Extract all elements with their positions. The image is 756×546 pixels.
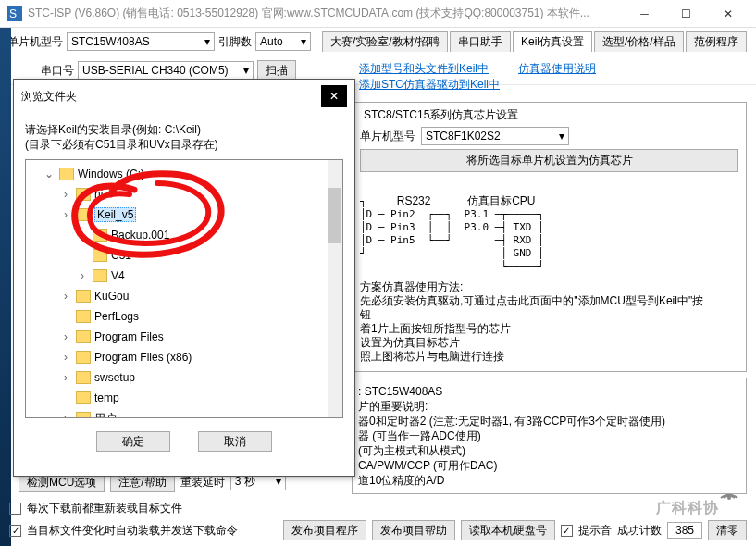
tree-item[interactable]: Backup.001 xyxy=(26,225,342,245)
tree-item-label: 用户 xyxy=(94,411,117,419)
sim-model-combo[interactable]: STC8F1K02S2▾ xyxy=(421,127,569,145)
wechat-icon xyxy=(719,481,739,502)
sound-checkbox[interactable] xyxy=(561,525,573,537)
tree-item-label: C51 xyxy=(111,249,131,262)
close-button[interactable]: ✕ xyxy=(707,0,749,28)
watermark-text: 广科科协 xyxy=(656,499,719,518)
chip-info-body: 片的重要说明: 器0和定时器2 (注意:无定时器1, 有3路CCP可作3个定时器… xyxy=(358,399,740,488)
folder-tree[interactable]: ⌄Windows (C:)› hi›Keil_v5Backup.001C51› … xyxy=(25,159,343,418)
tab-selection[interactable]: 选型/价格/样品 xyxy=(594,31,684,52)
folder-icon xyxy=(76,412,91,418)
dialog-hint: 请选择Keil的安装目录(例如: C:\Keil) (目录下必须有C51目录和U… xyxy=(25,122,343,152)
folder-icon xyxy=(59,168,74,180)
chevron-icon: › xyxy=(59,188,72,201)
tree-item-label: Program Files xyxy=(94,330,164,343)
pin-diagram: ┐ RS232 仿真目标CPU │D ─ Pin2 ┌──┐ P3.1 ─┬──… xyxy=(360,181,544,273)
taskbar-edge xyxy=(0,28,11,546)
auto-reload-label: 当目标文件变化时自动装载并发送下载命令 xyxy=(27,523,238,539)
folder-icon xyxy=(93,229,107,242)
tab-contest[interactable]: 大赛/实验室/教材/招聘 xyxy=(322,31,448,52)
folder-icon xyxy=(76,371,91,384)
link-add-to-keil[interactable]: 添加型号和头文件到Keil中 添加STC仿真器驱动到Keil中 xyxy=(359,61,500,93)
tree-item[interactable]: PerfLogs xyxy=(26,306,342,327)
folder-icon xyxy=(76,188,91,201)
scroll-thumb[interactable] xyxy=(328,188,341,243)
link-sim-usage[interactable]: 仿真器使用说明 xyxy=(518,61,596,93)
window-title: STC-ISP (V6.86O) (销售电话: 0513-55012928) 官… xyxy=(28,6,624,21)
reload-each-label: 每次下载前都重新装载目标文件 xyxy=(27,501,182,516)
toolbar-row-1: 单片机型号 STC15W408AS▾ 引脚数 Auto▾ 大赛/实验室/教材/招… xyxy=(0,28,756,56)
reload-delay-label: 重装延时 xyxy=(180,475,225,490)
read-disk-id-button[interactable]: 读取本机硬盘号 xyxy=(461,520,555,540)
tree-item[interactable]: ›用户 xyxy=(26,408,342,418)
titlebar: S STC-ISP (V6.86O) (销售电话: 0513-55012928)… xyxy=(0,0,756,28)
tree-item[interactable]: C51 xyxy=(26,245,342,266)
main-tabs: 大赛/实验室/教材/招聘 串口助手 Keil仿真设置 选型/价格/样品 范例程序 xyxy=(322,31,747,52)
keil-panel: 添加型号和头文件到Keil中 添加STC仿真器驱动到Keil中 仿真器使用说明 … xyxy=(352,57,747,494)
ok-button[interactable]: 确定 xyxy=(96,431,170,452)
tree-item-label: Windows (C:) xyxy=(78,168,144,180)
success-count-value: 385 xyxy=(667,522,702,539)
chevron-icon: › xyxy=(76,269,89,282)
tree-item-label: Backup.001 xyxy=(111,229,169,242)
tree-item-label: KuGou xyxy=(94,290,129,303)
maximize-button[interactable]: ☐ xyxy=(665,0,707,28)
browse-folder-dialog: 浏览文件夹 ✕ 请选择Keil的安装目录(例如: C:\Keil) (目录下必须… xyxy=(13,79,355,477)
reset-count-button[interactable]: 清零 xyxy=(708,520,747,540)
auto-reload-checkbox[interactable] xyxy=(9,525,21,537)
folder-icon xyxy=(76,391,91,404)
pin-count-combo[interactable]: Auto▾ xyxy=(255,32,311,51)
svg-text:S: S xyxy=(9,7,17,20)
mcu-label: 单片机型号 xyxy=(7,34,63,50)
serial-port-combo[interactable]: USB-SERIAL CH340 (COM5)▾ xyxy=(78,61,254,80)
folder-icon xyxy=(76,330,91,343)
bottom-bar: 每次下载前都重新装载目标文件 当目标文件变化时自动装载并发送下载命令 发布项目程… xyxy=(9,499,747,542)
folder-icon xyxy=(76,290,91,303)
publish-project-button[interactable]: 发布项目程序 xyxy=(283,520,366,540)
folder-icon xyxy=(93,269,107,282)
tree-item-label: swsetup xyxy=(94,371,135,384)
sim-chip-group: STC8/STC15系列仿真芯片设置 单片机型号 STC8F1K02S2▾ 将所… xyxy=(352,102,747,372)
tab-keil-sim[interactable]: Keil仿真设置 xyxy=(513,31,592,52)
cancel-button[interactable]: 取消 xyxy=(198,431,272,452)
sim-model-label: 单片机型号 xyxy=(360,129,415,144)
sim-chip-legend: STC8/STC15系列仿真芯片设置 xyxy=(360,107,522,123)
folder-icon xyxy=(76,310,91,323)
tree-item-label: Keil_v5 xyxy=(94,207,136,222)
chevron-icon: › xyxy=(59,412,72,418)
dialog-close-button[interactable]: ✕ xyxy=(321,85,347,107)
tree-item[interactable]: › hi xyxy=(26,184,342,205)
tree-item[interactable]: ›KuGou xyxy=(26,286,342,306)
tab-serial[interactable]: 串口助手 xyxy=(450,31,511,52)
chip-info-title: : STC15W408AS xyxy=(358,384,740,399)
mcu-model-combo[interactable]: STC15W408AS▾ xyxy=(67,32,215,51)
tree-item[interactable]: temp xyxy=(26,388,342,408)
dialog-title: 浏览文件夹 xyxy=(21,89,321,105)
chip-info-box: : STC15W408AS 片的重要说明: 器0和定时器2 (注意:无定时器1,… xyxy=(352,378,747,494)
tree-item-label: Program Files (x86) xyxy=(94,351,192,364)
tab-examples[interactable]: 范例程序 xyxy=(686,31,747,52)
success-count-label: 成功计数 xyxy=(617,523,662,539)
tree-item[interactable]: ›Program Files xyxy=(26,327,342,347)
set-sim-chip-button[interactable]: 将所选目标单片机设置为仿真芯片 xyxy=(360,149,738,172)
tree-item-label: V4 xyxy=(111,269,125,282)
folder-icon xyxy=(76,208,91,221)
tree-item[interactable]: ›Program Files (x86) xyxy=(26,347,342,367)
sound-label: 提示音 xyxy=(578,523,612,539)
app-icon: S xyxy=(7,6,22,21)
chevron-icon: ⌄ xyxy=(43,168,56,180)
tree-item[interactable]: › V4 xyxy=(26,266,342,286)
chevron-icon: › xyxy=(59,330,72,343)
pin-count-label: 引脚数 xyxy=(218,34,252,50)
tree-item-label: temp xyxy=(94,391,119,404)
port-label: 串口号 xyxy=(41,63,74,79)
folder-icon xyxy=(76,351,91,364)
chevron-icon: › xyxy=(59,208,72,221)
tree-item[interactable]: ›Keil_v5 xyxy=(26,205,342,225)
minimize-button[interactable]: ─ xyxy=(624,0,665,28)
tree-item[interactable]: ⌄Windows (C:) xyxy=(26,164,342,184)
tree-item[interactable]: ›swsetup xyxy=(26,367,342,388)
publish-help-button[interactable]: 发布项目帮助 xyxy=(372,520,455,540)
reload-each-checkbox[interactable] xyxy=(9,503,21,515)
scan-button[interactable]: 扫描 xyxy=(257,60,296,81)
